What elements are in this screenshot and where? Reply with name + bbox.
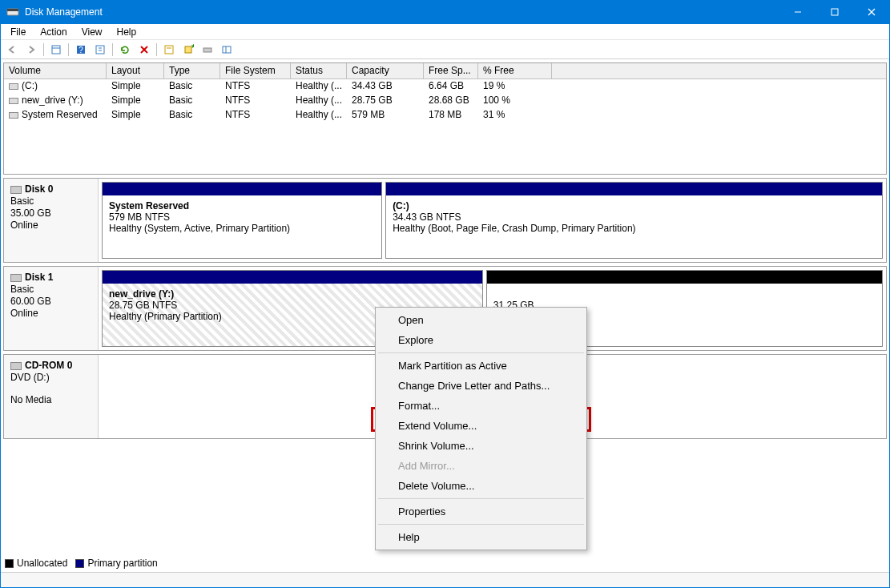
- disk-icon: [10, 274, 22, 282]
- ctx-change-letter[interactable]: Change Drive Letter and Paths...: [377, 376, 585, 396]
- show-hide-button[interactable]: [47, 42, 65, 58]
- menubar: File Action View Help: [0, 24, 890, 40]
- disk-info: CD-ROM 0DVD (D:)No Media: [4, 355, 99, 438]
- legend-unallocated-label: Unallocated: [17, 558, 67, 569]
- svg-rect-10: [96, 46, 104, 54]
- menu-action[interactable]: Action: [33, 26, 74, 38]
- ctx-explore[interactable]: Explore: [377, 330, 585, 350]
- legend-primary-swatch: [75, 559, 84, 568]
- partition-bar: [103, 183, 381, 195]
- svg-rect-20: [223, 46, 231, 53]
- maximize-button[interactable]: [816, 0, 853, 24]
- disk-row: Disk 0Basic35.00 GBOnlineSystem Reserved…: [3, 178, 887, 263]
- minimize-button[interactable]: [779, 0, 816, 24]
- partition[interactable]: System Reserved579 MB NTFSHealthy (Syste…: [102, 182, 382, 259]
- volume-row[interactable]: new_drive (Y:)SimpleBasicNTFSHealthy (..…: [4, 94, 886, 108]
- partitions-container: System Reserved579 MB NTFSHealthy (Syste…: [99, 179, 886, 262]
- svg-rect-1: [7, 9, 18, 11]
- svg-rect-15: [165, 46, 173, 54]
- col-volume[interactable]: Volume: [4, 63, 107, 79]
- svg-text:?: ?: [79, 46, 83, 54]
- col-pctfree[interactable]: % Free: [478, 63, 552, 79]
- window-title: Disk Management: [25, 6, 779, 18]
- forward-button[interactable]: [22, 42, 40, 58]
- ctx-delete-volume[interactable]: Delete Volume...: [377, 476, 585, 496]
- volume-list: Volume Layout Type File System Status Ca…: [3, 62, 887, 175]
- menu-file[interactable]: File: [3, 26, 33, 38]
- legend-primary-label: Primary partition: [87, 558, 157, 569]
- col-status[interactable]: Status: [291, 63, 347, 79]
- legend: Unallocated Primary partition: [5, 558, 158, 569]
- help-button[interactable]: ?: [72, 42, 90, 58]
- col-type[interactable]: Type: [164, 63, 220, 79]
- partition-bar: [487, 271, 882, 284]
- drive-icon: [9, 98, 18, 104]
- disk-icon: [10, 186, 22, 194]
- app-icon: [6, 6, 19, 18]
- ctx-format[interactable]: Format...: [377, 396, 585, 416]
- partition-bar: [103, 271, 482, 284]
- col-freespace[interactable]: Free Sp...: [424, 63, 478, 79]
- refresh-button[interactable]: [116, 42, 134, 58]
- ctx-mark-active[interactable]: Mark Partition as Active: [377, 356, 585, 376]
- volume-row[interactable]: System ReservedSimpleBasicNTFSHealthy (.…: [4, 108, 886, 123]
- ctx-shrink-volume[interactable]: Shrink Volume...: [377, 436, 585, 456]
- new-icon[interactable]: ★: [179, 42, 197, 58]
- settings-icon[interactable]: [218, 42, 236, 58]
- legend-unallocated-swatch: [5, 559, 14, 568]
- ctx-properties[interactable]: Properties: [377, 501, 585, 522]
- col-layout[interactable]: Layout: [107, 63, 164, 79]
- disk-icon: [10, 362, 22, 370]
- drive-icon: [9, 83, 18, 90]
- ctx-add-mirror: Add Mirror...: [377, 456, 585, 476]
- volume-row[interactable]: (C:)SimpleBasicNTFSHealthy (...34.43 GB6…: [4, 79, 886, 94]
- menu-help[interactable]: Help: [110, 26, 144, 38]
- partition-bar: [386, 183, 882, 195]
- action-button[interactable]: [91, 42, 109, 58]
- close-button[interactable]: [853, 0, 890, 24]
- disk-info: Disk 0Basic35.00 GBOnline: [4, 179, 99, 262]
- context-menu: Open Explore Mark Partition as Active Ch…: [375, 307, 587, 550]
- menu-view[interactable]: View: [75, 26, 110, 38]
- back-button[interactable]: [3, 42, 21, 58]
- delete-icon[interactable]: [135, 42, 153, 58]
- disk-info: Disk 1Basic60.00 GBOnline: [4, 267, 99, 350]
- drive-icon: [9, 112, 18, 119]
- properties-icon[interactable]: [160, 42, 178, 58]
- col-capacity[interactable]: Capacity: [347, 63, 424, 79]
- svg-text:★: ★: [191, 44, 194, 50]
- svg-rect-6: [52, 46, 60, 54]
- status-bar: [0, 572, 890, 588]
- ctx-help[interactable]: Help: [377, 527, 585, 547]
- titlebar: Disk Management: [0, 0, 890, 24]
- disk-icon[interactable]: [199, 42, 216, 58]
- partition[interactable]: (C:)34.43 GB NTFSHealthy (Boot, Page Fil…: [385, 182, 883, 259]
- svg-rect-19: [203, 48, 211, 52]
- toolbar: ? ★: [0, 40, 890, 59]
- col-filesystem[interactable]: File System: [220, 63, 291, 79]
- ctx-extend-volume[interactable]: Extend Volume...: [377, 416, 585, 436]
- volume-list-header: Volume Layout Type File System Status Ca…: [4, 63, 886, 79]
- svg-rect-3: [832, 9, 838, 15]
- ctx-open[interactable]: Open: [377, 310, 585, 330]
